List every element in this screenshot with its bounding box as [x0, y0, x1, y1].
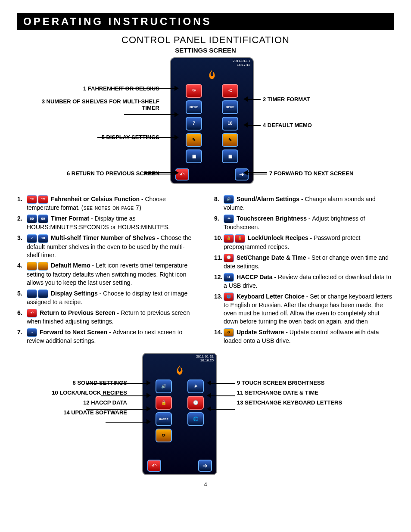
flame-icon [143, 364, 216, 377]
inline-icon: 🕐 [224, 254, 234, 262]
list-item: 9. ☀ Touchscreen Brightness - Adjust bri… [214, 215, 394, 231]
list-item: 2. 0000 Timer Format - Display time as H… [17, 215, 197, 231]
inline-icon: ⟳ [224, 328, 234, 337]
list-item: 4. Default Memo - Left icon reverts time… [17, 261, 197, 286]
default-memo-left-icon[interactable]: ✎ [186, 133, 202, 147]
settings-screen-diagram-1: 2011-01-3116:17:12 °F °C 00:00: 00:00: 7… [17, 57, 394, 187]
haccp-icon[interactable]: HACCP [156, 412, 172, 426]
inline-icon: H [224, 273, 234, 282]
shelves-7-icon[interactable]: 7 [186, 117, 202, 131]
inline-icon: → [27, 328, 37, 337]
inline-icon: ↶ [27, 309, 37, 317]
list-item: 5. Display Settings - Choose to display … [17, 289, 197, 306]
lock-icon[interactable]: 🔒 [156, 396, 172, 410]
list-item: 1. °F°C Fahrenheit or Celsius Function -… [17, 195, 197, 212]
list-item: 14. ⟳ Update Software - Update control s… [214, 328, 394, 345]
callout-13: 13 SET/CHANGE KEYBOARD LETTERS [237, 399, 342, 406]
fahrenheit-icon[interactable]: °F [186, 84, 202, 98]
inline-icon: 00 [38, 215, 48, 223]
device-screen: 2011-01-3116:17:12 °F °C 00:00: 00:00: 7… [170, 57, 254, 184]
callout-14: 14 UPDATE SOFTWARE [17, 409, 127, 416]
section-header: OPERATING INSTRUCTIONS [17, 13, 394, 30]
list-item: 10. 🔒🔓 Lock/Unlock Recipes - Password pr… [214, 234, 394, 251]
celsius-icon[interactable]: °C [222, 84, 238, 98]
screen2-datetime: 2011-01-3116:16:25 [143, 354, 216, 363]
back-button[interactable]: ↶ [147, 460, 161, 472]
instruction-list: 1. °F°C Fahrenheit or Celsius Function -… [17, 195, 394, 348]
callout-7: 7 FORWARD TO NEXT SCREEN [269, 170, 353, 177]
forward-button[interactable]: ➔ [198, 460, 212, 472]
inline-icon [27, 289, 37, 298]
inline-icon: 00 [27, 215, 37, 223]
callout-10: 10 LOCK/UNLOCK RECIPES [17, 389, 127, 396]
brightness-icon[interactable]: ☀ [187, 380, 204, 393]
callout-4: 4 DEFAULT MEMO [263, 122, 312, 128]
icon-grid: °F °C 00:00: 00:00: 7 10 ✎ ✎ ▦ ▦ [171, 84, 253, 163]
callout-3: 3 NUMBER OF SHELVES FOR MULTI-SHELF TIME… [30, 98, 159, 111]
inline-icon: 10 [38, 234, 48, 243]
callout-12: 12 HACCP DATA [17, 399, 127, 406]
timer-hms-icon[interactable]: 00:00: [186, 100, 202, 114]
globe-icon[interactable]: 🌐 [187, 412, 204, 426]
settings-screen-diagram-2: 2011-01-3116:16:25 🔊 ☀ 🔒 🕐 HACCP 🌐 ⟳ ↶ ➔… [17, 353, 394, 482]
display-image-icon[interactable]: ▦ [222, 149, 238, 163]
list-item: 6. ↶ Return to Previous Screen - Return … [17, 309, 197, 326]
inline-icon: 🔒 [224, 234, 234, 243]
page-number: 4 [17, 481, 394, 488]
flame-icon [171, 69, 253, 81]
list-item: 12. H HACCP Data - Review data collected… [214, 273, 394, 290]
inline-icon: ☀ [224, 215, 234, 223]
inline-icon [38, 262, 48, 271]
device-screen-2: 2011-01-3116:16:25 🔊 ☀ 🔒 🕐 HACCP 🌐 ⟳ ↶ ➔ [142, 353, 217, 475]
inline-icon [38, 289, 48, 298]
list-item: 8. 🔊 Sound/Alarm Settings - Change alarm… [214, 195, 394, 212]
inline-icon [27, 262, 37, 271]
list-item: 7. → Forward to Next Screen - Advance to… [17, 328, 197, 345]
inline-icon: 🔓 [235, 234, 245, 243]
inline-icon: 🌐 [224, 292, 234, 301]
list-item: 13. 🌐 Keyboard Letter Choice - Set or ch… [214, 292, 394, 326]
default-memo-right-icon[interactable]: ✎ [222, 133, 238, 147]
inline-icon: 7 [27, 234, 37, 243]
callout-6: 6 RETURN TO PREVIOUS SCREEN [30, 170, 159, 177]
list-item: 3. 710 Multi-shelf Timer Number of Shelv… [17, 234, 197, 259]
callout-11: 11 SET/CHANGE DATE & TIME [237, 389, 318, 396]
inline-icon: 🔊 [224, 195, 234, 204]
page-subtitle: SETTINGS SCREEN [17, 47, 394, 54]
sound-icon[interactable]: 🔊 [156, 380, 172, 393]
clock-icon[interactable]: 🕐 [187, 396, 204, 410]
display-text-icon[interactable]: ▦ [186, 149, 202, 163]
inline-icon: °C [38, 195, 48, 204]
inline-icon: °F [27, 195, 37, 204]
list-item: 11. 🕐 Set/Change Date & Time - Set or ch… [214, 254, 394, 271]
page-title: CONTROL PANEL IDENTIFICATION [17, 34, 394, 46]
update-icon[interactable]: ⟳ [156, 429, 172, 442]
callout-9: 9 TOUCH SCREEN BRIGHTNESS [237, 380, 324, 386]
screen-datetime: 2011-01-3116:17:12 [171, 58, 253, 67]
timer-hm-icon[interactable]: 00:00: [222, 100, 238, 114]
shelves-10-icon[interactable]: 10 [222, 117, 238, 131]
callout-2: 2 TIMER FORMAT [263, 96, 310, 103]
